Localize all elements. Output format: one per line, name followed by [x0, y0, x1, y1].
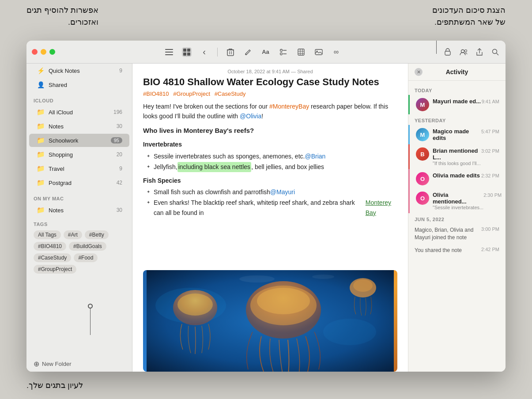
sidebar-item-all-icloud[interactable]: 📁 All iCloud 196 [29, 105, 129, 119]
new-folder-button[interactable]: ⊕ New Folder [26, 356, 132, 372]
activity-time-mayuri: 9:41 AM [482, 99, 499, 104]
svg-point-15 [280, 53, 282, 55]
quick-notes-icon: ⚡ [36, 66, 45, 75]
sidebar-item-notes-mac[interactable]: 📁 Notes 30 [29, 203, 129, 217]
sidebar: ⚡ Quick Notes 9 👤 Shared iCloud 📁 All iC… [26, 64, 132, 372]
sidebar-item-shared[interactable]: 👤 Shared [29, 78, 129, 91]
tag-art[interactable]: #Art [64, 230, 82, 239]
activity-panel: ✕ Activity TODAY M Mayuri made ed... 9:4… [408, 64, 506, 372]
notes-mac-count: 30 [117, 207, 122, 213]
schoolwork-label: Schoolwork [49, 137, 109, 144]
svg-line-28 [497, 53, 499, 55]
activity-text-shared: You shared the note [415, 247, 478, 254]
activity-item-magico[interactable]: M Magico made edits 5:47 PM [408, 125, 506, 144]
activity-item-brian[interactable]: B Brian mentioned L... "If this looks go… [408, 144, 506, 169]
tag-betty[interactable]: #Betty [85, 230, 109, 239]
note-bullet-3: Small fish such as clownfish and parrotf… [143, 187, 397, 197]
sidebar-item-notes-icloud[interactable]: 📁 Notes 30 [29, 120, 129, 133]
hashtag-bio4810[interactable]: #BIO4810 [143, 90, 169, 97]
avatar-olivia-mentioned: O [416, 192, 429, 205]
share-button[interactable] [475, 47, 484, 57]
link-button[interactable]: ∞ [332, 47, 341, 57]
maximize-button[interactable] [49, 49, 55, 55]
svg-rect-2 [165, 54, 173, 55]
checklist-button[interactable] [279, 47, 288, 57]
activity-item-joined: Magico, Brian, Olivia and Mayuri joined … [408, 224, 506, 244]
svg-point-13 [280, 49, 282, 51]
activity-time-shared: 2:42 PM [481, 247, 499, 254]
sidebar-item-shopping[interactable]: 📁 Shopping 20 [29, 148, 129, 161]
svg-rect-3 [183, 49, 186, 52]
tags-label: Tags [34, 222, 125, 227]
lock-button[interactable] [443, 47, 453, 57]
icloud-section-label: iCloud [26, 92, 132, 105]
activity-quote-brian: "If this looks good I'll... [433, 161, 481, 166]
note-bullet-1: Sessile invertebrates such as sponges, a… [143, 151, 397, 161]
toolbar-center: ‹ Aa [62, 47, 443, 57]
compose-button[interactable] [243, 47, 253, 57]
tag-all-tags[interactable]: All Tags [34, 230, 61, 239]
today-label: TODAY [408, 84, 506, 95]
tag-groupproject[interactable]: #GroupProject [34, 265, 76, 274]
hashtag-groupproject[interactable]: #GroupProject [173, 90, 210, 97]
activity-name-olivia-mentioned: Olivia mentioned... [433, 192, 483, 205]
hashtag-casestudy[interactable]: #CaseStudy [215, 90, 246, 97]
note-intro-paragraph: Hey team! I've broken out the sections f… [143, 102, 397, 121]
minimize-button[interactable] [41, 49, 46, 55]
note-meta: October 18, 2022 at 9:41 AM — Shared [132, 64, 408, 76]
list-view-button[interactable] [164, 47, 174, 57]
avatar-magico: M [416, 128, 429, 141]
activity-scroll[interactable]: TODAY M Mayuri made ed... 9:41 AM YESTER… [408, 81, 506, 372]
activity-item-olivia-mentioned[interactable]: O Olivia mentioned... "Sessile invertebr… [408, 188, 506, 213]
all-icloud-count: 196 [113, 109, 122, 115]
delete-button[interactable] [226, 47, 235, 57]
activity-info-olivia-edits: Olivia made edits 2:32 PM [433, 172, 499, 179]
sidebar-item-quick-notes[interactable]: ⚡ Quick Notes 9 [29, 64, 129, 77]
format-button[interactable]: Aa [261, 47, 271, 57]
sidebar-annotation-dot [88, 304, 93, 309]
activity-item-mayuri[interactable]: M Mayuri made ed... 9:41 AM [408, 95, 506, 114]
sidebar-annotation-line [90, 309, 91, 335]
note-subsection-invertebrates: Invertebrates [143, 139, 397, 149]
sidebar-item-postgrad[interactable]: 📁 Postgrad 42 [29, 176, 129, 189]
jun5-label: JUN 5, 2022 [408, 213, 506, 224]
activity-name-olivia-edits: Olivia made edits [433, 172, 481, 179]
note-body[interactable]: Hey team! I've broken out the sections f… [132, 102, 408, 265]
grid-view-button[interactable] [182, 47, 192, 57]
postgrad-count: 42 [117, 180, 122, 186]
tag-buildgoals[interactable]: #BuildGoals [69, 242, 106, 251]
activity-text-joined: Magico, Brian, Olivia and Mayuri joined … [415, 226, 478, 241]
sidebar-item-travel[interactable]: 📁 Travel 9 [29, 162, 129, 175]
activity-info-olivia-mentioned: Olivia mentioned... "Sessile invertebrat… [433, 192, 499, 210]
svg-rect-4 [187, 49, 190, 52]
tags-section: Tags All Tags #Art #Betty #BIO4810 #Buil… [26, 217, 132, 278]
tag-casestudy[interactable]: #CaseStudy [34, 253, 71, 262]
notes-icloud-count: 30 [117, 123, 122, 129]
tag-bio4810[interactable]: #BIO4810 [34, 242, 66, 251]
media-button[interactable] [314, 47, 324, 57]
note-bullet-2: Jellyfish, including black sea nettles, … [143, 162, 397, 172]
svg-point-26 [465, 49, 467, 52]
note-editor[interactable]: October 18, 2022 at 9:41 AM — Shared BIO… [132, 64, 408, 372]
notes-icloud-icon: 📁 [36, 122, 45, 131]
quick-notes-label: Quick Notes [49, 68, 117, 74]
search-button[interactable] [490, 47, 500, 57]
table-button[interactable] [296, 47, 306, 57]
note-image-jellyfish [143, 270, 397, 372]
note-bullet-4: Even sharks! The blacktip reef shark, wh… [143, 198, 397, 218]
back-button[interactable]: ‹ [200, 47, 209, 57]
toolbar-sep-1 [217, 48, 218, 56]
sidebar-item-schoolwork[interactable]: 📁 Schoolwork 95 [29, 134, 129, 147]
collaborators-button[interactable] [459, 47, 468, 57]
activity-name-brian: Brian mentioned L... [433, 147, 481, 161]
svg-point-40 [312, 275, 334, 279]
activity-info-mayuri: Mayuri made ed... 9:41 AM [433, 98, 499, 105]
tag-food[interactable]: #Food [74, 253, 98, 262]
activity-close-button[interactable]: ✕ [415, 68, 423, 76]
svg-rect-6 [187, 53, 190, 56]
svg-rect-5 [183, 53, 186, 56]
activity-item-olivia-edits[interactable]: O Olivia made edits 2:32 PM [408, 169, 506, 188]
shared-label: Shared [49, 82, 122, 88]
notes-mac-icon: 📁 [36, 206, 45, 215]
close-button[interactable] [32, 49, 38, 55]
